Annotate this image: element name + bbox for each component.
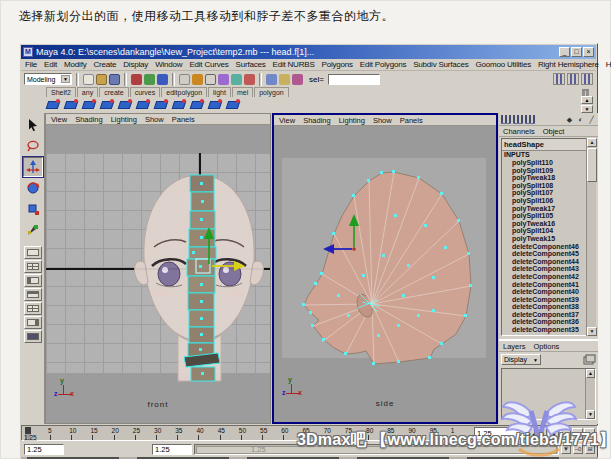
show-manipulator-tool-button[interactable] — [23, 220, 43, 240]
viewport-menu-item[interactable]: Panels — [172, 115, 195, 124]
speed-medium-icon[interactable] — [513, 115, 523, 124]
snap-live-icon[interactable] — [244, 74, 255, 85]
layer-mode-dropdown[interactable]: Display ▼ — [501, 354, 541, 365]
selected-node-name[interactable]: headShape — [502, 139, 595, 151]
save-scene-icon[interactable] — [109, 74, 120, 85]
select-hierarchy-icon[interactable] — [131, 74, 142, 85]
layer-scrollbar[interactable]: ▲ ▼ — [585, 369, 595, 419]
viewport-menu-item[interactable]: Panels — [400, 116, 423, 125]
hypergraph-layout-button[interactable] — [24, 330, 42, 343]
menu-item[interactable]: Modify — [64, 60, 86, 69]
shelf-polygon-tool-icon[interactable] — [226, 98, 241, 112]
lasso-tool-button[interactable] — [23, 136, 43, 156]
scroll-up-button[interactable]: ▲ — [586, 369, 595, 378]
scroll-down-button[interactable]: ▼ — [586, 410, 595, 419]
open-scene-icon[interactable] — [96, 74, 107, 85]
menu-set-dropdown[interactable]: Modeling ▼ — [24, 73, 72, 85]
shelf-polygon-tool-icon[interactable] — [64, 98, 79, 112]
channel-menu-item[interactable]: Object — [543, 127, 565, 136]
saved-layout-button-2[interactable] — [24, 302, 42, 315]
shelf-polygon-tool-icon[interactable] — [100, 98, 115, 112]
viewport-menu-item[interactable]: View — [51, 115, 67, 124]
select-tool-button[interactable] — [23, 115, 43, 135]
channel-input-item[interactable]: polyTweak15 — [502, 235, 595, 243]
menu-item[interactable]: Edit Curves — [189, 60, 228, 69]
channel-input-item[interactable]: polySplit110 — [502, 159, 595, 167]
channel-input-item[interactable]: deleteComponent46 — [502, 243, 595, 251]
manip-hyperbolic-icon[interactable]: ╱ — [587, 115, 596, 124]
scroll-down-button[interactable]: ▼ — [587, 327, 597, 336]
shelf-tab[interactable]: curves — [130, 87, 161, 97]
menu-item[interactable]: Edit NURBS — [273, 60, 315, 69]
maximize-button[interactable]: □ — [571, 47, 582, 57]
select-all-icon[interactable] — [179, 74, 190, 85]
channel-input-item[interactable]: deleteComponent39 — [502, 296, 595, 304]
animation-start-field[interactable]: 1.25 — [24, 444, 64, 455]
scroll-thumb[interactable] — [587, 148, 597, 182]
menu-item[interactable]: Display — [123, 60, 148, 69]
shelf-tab[interactable]: polygon — [254, 87, 289, 97]
layers-menu-item[interactable]: Layers — [503, 342, 526, 351]
channel-input-item[interactable]: polySplit107 — [502, 189, 595, 197]
viewport-menu-item[interactable]: View — [279, 116, 295, 125]
timeline-tick[interactable]: 20 — [112, 426, 133, 441]
menu-item[interactable]: Right Hemisphere — [538, 60, 599, 69]
single-pane-layout-button[interactable] — [24, 246, 42, 259]
side-viewport-canvas[interactable]: side y z x — [274, 126, 496, 422]
timeline-tick[interactable]: 10 — [69, 426, 90, 441]
timeline-tick[interactable]: 40 — [196, 426, 217, 441]
menu-item[interactable]: Create — [93, 60, 116, 69]
menu-item[interactable]: Polygons — [322, 60, 353, 69]
shelf-scroll-down-button[interactable]: ▼ — [581, 105, 593, 113]
new-scene-icon[interactable] — [83, 74, 94, 85]
snap-curve-icon[interactable] — [205, 74, 216, 85]
menu-item[interactable]: File — [25, 60, 37, 69]
viewport-menu-item[interactable]: Show — [373, 116, 392, 125]
channel-input-item[interactable]: polyTweak18 — [502, 174, 595, 182]
shelf-tab[interactable]: create — [99, 87, 128, 97]
shelf-polygon-tool-icon[interactable] — [46, 98, 61, 112]
speed-slow-icon[interactable] — [501, 115, 511, 124]
channel-input-item[interactable]: deleteComponent44 — [502, 258, 595, 266]
shelf-scroll-up-button[interactable]: ▲ — [581, 96, 593, 104]
channel-input-item[interactable]: deleteComponent43 — [502, 265, 595, 273]
channel-input-item[interactable]: deleteComponent42 — [502, 273, 595, 281]
shelf-tab[interactable]: mel — [232, 87, 253, 97]
show-attribute-editor-icon[interactable] — [553, 73, 565, 85]
channel-input-item[interactable]: polyTweak16 — [502, 220, 595, 228]
timeline-tick[interactable]: 15 — [90, 426, 111, 441]
viewport-menu-item[interactable]: Show — [145, 115, 164, 124]
shelf-polygon-tool-icon[interactable] — [118, 98, 133, 112]
channel-input-item[interactable]: polySplit106 — [502, 197, 595, 205]
channel-input-item[interactable]: polySplit109 — [502, 167, 595, 175]
show-channel-box-icon[interactable] — [581, 73, 593, 85]
close-button[interactable]: × — [583, 47, 594, 57]
viewport-menu-item[interactable]: Shading — [303, 116, 331, 125]
menu-item[interactable]: Edit Polygons — [360, 60, 406, 69]
manip-link-icon[interactable]: ◆ — [565, 115, 574, 124]
snap-point-icon[interactable] — [218, 74, 229, 85]
shelf-tab[interactable]: Shelf2 — [46, 87, 76, 97]
side-viewport[interactable]: ViewShadingLightingShowPanels — [272, 113, 498, 424]
persp-outliner-layout-button[interactable] — [24, 274, 42, 287]
channel-input-item[interactable]: polySplit108 — [502, 182, 595, 190]
front-viewport-canvas[interactable]: front y z x — [46, 125, 270, 423]
menu-item[interactable]: Window — [155, 60, 182, 69]
channel-input-item[interactable]: deleteComponent41 — [502, 281, 595, 289]
channel-input-item[interactable]: deleteComponent37 — [502, 311, 595, 319]
front-viewport[interactable]: ViewShadingLightingShowPanels — [45, 113, 271, 424]
shelf-polygon-tool-icon[interactable] — [190, 98, 205, 112]
timeline-tick[interactable]: 45 — [218, 426, 239, 441]
shelf-polygon-tool-icon[interactable] — [208, 98, 223, 112]
shelf-polygon-tool-icon[interactable] — [82, 98, 97, 112]
viewport-menu-item[interactable]: Shading — [75, 115, 103, 124]
shelf-tab[interactable]: light — [208, 87, 231, 97]
minimize-button[interactable]: _ — [559, 47, 570, 57]
viewport-menu-item[interactable]: Lighting — [339, 116, 365, 125]
channel-input-item[interactable]: deleteComponent38 — [502, 303, 595, 311]
channel-input-item[interactable]: polySplit104 — [502, 227, 595, 235]
select-component-icon[interactable] — [157, 74, 168, 85]
scale-tool-button[interactable] — [23, 199, 43, 219]
four-pane-layout-button[interactable] — [24, 260, 42, 273]
shelf-polygon-tool-icon[interactable] — [154, 98, 169, 112]
